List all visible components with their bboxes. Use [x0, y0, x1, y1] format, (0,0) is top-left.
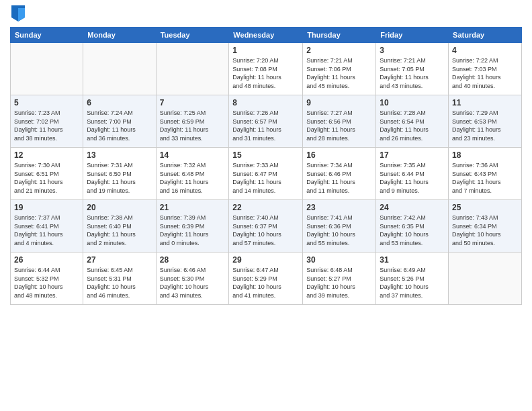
day-info: Sunrise: 6:44 AM Sunset: 5:32 PM Dayligh…	[14, 266, 79, 300]
day-info: Sunrise: 7:35 AM Sunset: 6:44 PM Dayligh…	[380, 161, 445, 195]
day-number: 14	[160, 150, 226, 160]
day-number: 28	[160, 255, 226, 265]
day-number: 4	[452, 46, 518, 55]
day-number: 2	[306, 46, 372, 55]
weekday-header: Friday	[376, 28, 449, 43]
calendar-cell: 31Sunrise: 6:49 AM Sunset: 5:26 PM Dayli…	[376, 253, 449, 305]
day-number: 16	[306, 150, 372, 160]
day-number: 5	[14, 98, 79, 107]
weekday-header: Saturday	[449, 28, 522, 43]
calendar-cell	[11, 43, 83, 95]
calendar-cell: 15Sunrise: 7:33 AM Sunset: 6:47 PM Dayli…	[229, 148, 303, 200]
logo-text	[10, 7, 25, 21]
day-info: Sunrise: 6:46 AM Sunset: 5:30 PM Dayligh…	[160, 266, 226, 300]
day-info: Sunrise: 7:38 AM Sunset: 6:40 PM Dayligh…	[87, 214, 152, 247]
day-number: 25	[452, 203, 518, 212]
day-number: 23	[306, 203, 372, 212]
calendar-cell: 16Sunrise: 7:34 AM Sunset: 6:46 PM Dayli…	[303, 148, 376, 200]
calendar-cell: 25Sunrise: 7:43 AM Sunset: 6:34 PM Dayli…	[449, 200, 522, 253]
calendar-cell: 7Sunrise: 7:25 AM Sunset: 6:59 PM Daylig…	[156, 95, 229, 148]
weekday-header: Sunday	[11, 28, 83, 43]
day-number: 15	[232, 150, 299, 160]
weekday-header: Wednesday	[229, 28, 303, 43]
weekday-header: Tuesday	[156, 28, 229, 43]
calendar-cell	[83, 43, 156, 95]
day-info: Sunrise: 7:30 AM Sunset: 6:51 PM Dayligh…	[14, 161, 79, 195]
day-info: Sunrise: 7:32 AM Sunset: 6:48 PM Dayligh…	[160, 161, 226, 195]
calendar-cell: 3Sunrise: 7:21 AM Sunset: 7:05 PM Daylig…	[376, 43, 449, 95]
calendar-cell: 24Sunrise: 7:42 AM Sunset: 6:35 PM Dayli…	[376, 200, 449, 253]
day-number: 19	[14, 203, 79, 212]
calendar-cell: 22Sunrise: 7:40 AM Sunset: 6:37 PM Dayli…	[229, 200, 303, 253]
calendar-cell: 27Sunrise: 6:45 AM Sunset: 5:31 PM Dayli…	[83, 253, 156, 305]
day-number: 1	[232, 46, 299, 55]
calendar: SundayMondayTuesdayWednesdayThursdayFrid…	[10, 27, 522, 305]
day-info: Sunrise: 7:42 AM Sunset: 6:35 PM Dayligh…	[380, 214, 445, 247]
day-info: Sunrise: 7:36 AM Sunset: 6:43 PM Dayligh…	[452, 161, 518, 195]
calendar-cell	[156, 43, 229, 95]
calendar-cell: 19Sunrise: 7:37 AM Sunset: 6:41 PM Dayli…	[11, 200, 83, 253]
logo-icon	[11, 5, 25, 21]
calendar-cell: 11Sunrise: 7:29 AM Sunset: 6:53 PM Dayli…	[449, 95, 522, 148]
day-info: Sunrise: 7:29 AM Sunset: 6:53 PM Dayligh…	[452, 109, 518, 142]
day-number: 29	[232, 255, 299, 265]
calendar-cell: 2Sunrise: 7:21 AM Sunset: 7:06 PM Daylig…	[303, 43, 376, 95]
day-number: 26	[14, 255, 79, 265]
day-number: 27	[87, 255, 152, 265]
day-info: Sunrise: 7:37 AM Sunset: 6:41 PM Dayligh…	[14, 214, 79, 247]
calendar-cell: 6Sunrise: 7:24 AM Sunset: 7:00 PM Daylig…	[83, 95, 156, 148]
day-info: Sunrise: 7:41 AM Sunset: 6:36 PM Dayligh…	[306, 214, 372, 247]
day-number: 9	[306, 98, 372, 107]
calendar-cell: 1Sunrise: 7:20 AM Sunset: 7:08 PM Daylig…	[229, 43, 303, 95]
calendar-cell: 12Sunrise: 7:30 AM Sunset: 6:51 PM Dayli…	[11, 148, 83, 200]
day-number: 13	[87, 150, 152, 160]
day-number: 7	[160, 98, 226, 107]
day-number: 24	[380, 203, 445, 212]
day-info: Sunrise: 7:20 AM Sunset: 7:08 PM Dayligh…	[232, 56, 299, 90]
header	[10, 7, 522, 21]
day-number: 22	[232, 203, 299, 212]
day-info: Sunrise: 6:45 AM Sunset: 5:31 PM Dayligh…	[87, 266, 152, 300]
calendar-cell: 5Sunrise: 7:23 AM Sunset: 7:02 PM Daylig…	[11, 95, 83, 148]
day-info: Sunrise: 7:28 AM Sunset: 6:54 PM Dayligh…	[380, 109, 445, 142]
day-number: 20	[87, 203, 152, 212]
day-info: Sunrise: 6:48 AM Sunset: 5:27 PM Dayligh…	[306, 266, 372, 300]
day-number: 21	[160, 203, 226, 212]
day-info: Sunrise: 7:27 AM Sunset: 6:56 PM Dayligh…	[306, 109, 372, 142]
day-info: Sunrise: 6:47 AM Sunset: 5:29 PM Dayligh…	[232, 266, 299, 300]
day-info: Sunrise: 7:34 AM Sunset: 6:46 PM Dayligh…	[306, 161, 372, 195]
day-number: 8	[232, 98, 299, 107]
calendar-cell: 18Sunrise: 7:36 AM Sunset: 6:43 PM Dayli…	[449, 148, 522, 200]
calendar-cell: 26Sunrise: 6:44 AM Sunset: 5:32 PM Dayli…	[11, 253, 83, 305]
day-number: 12	[14, 150, 79, 160]
day-number: 11	[452, 98, 518, 107]
calendar-cell: 4Sunrise: 7:22 AM Sunset: 7:03 PM Daylig…	[449, 43, 522, 95]
calendar-cell: 8Sunrise: 7:26 AM Sunset: 6:57 PM Daylig…	[229, 95, 303, 148]
day-number: 6	[87, 98, 152, 107]
calendar-cell	[449, 253, 522, 305]
calendar-cell: 14Sunrise: 7:32 AM Sunset: 6:48 PM Dayli…	[156, 148, 229, 200]
day-info: Sunrise: 7:26 AM Sunset: 6:57 PM Dayligh…	[232, 109, 299, 142]
calendar-cell: 17Sunrise: 7:35 AM Sunset: 6:44 PM Dayli…	[376, 148, 449, 200]
page: SundayMondayTuesdayWednesdayThursdayFrid…	[0, 0, 532, 411]
day-number: 31	[380, 255, 445, 265]
calendar-cell: 23Sunrise: 7:41 AM Sunset: 6:36 PM Dayli…	[303, 200, 376, 253]
day-number: 18	[452, 150, 518, 160]
day-info: Sunrise: 7:31 AM Sunset: 6:50 PM Dayligh…	[87, 161, 152, 195]
svg-marker-1	[18, 8, 25, 21]
day-info: Sunrise: 6:49 AM Sunset: 5:26 PM Dayligh…	[380, 266, 445, 300]
weekday-header: Thursday	[303, 28, 376, 43]
day-info: Sunrise: 7:43 AM Sunset: 6:34 PM Dayligh…	[452, 214, 518, 247]
calendar-cell: 20Sunrise: 7:38 AM Sunset: 6:40 PM Dayli…	[83, 200, 156, 253]
day-info: Sunrise: 7:24 AM Sunset: 7:00 PM Dayligh…	[87, 109, 152, 142]
day-info: Sunrise: 7:25 AM Sunset: 6:59 PM Dayligh…	[160, 109, 226, 142]
calendar-cell: 10Sunrise: 7:28 AM Sunset: 6:54 PM Dayli…	[376, 95, 449, 148]
calendar-cell: 30Sunrise: 6:48 AM Sunset: 5:27 PM Dayli…	[303, 253, 376, 305]
day-number: 17	[380, 150, 445, 160]
day-number: 30	[306, 255, 372, 265]
day-info: Sunrise: 7:21 AM Sunset: 7:06 PM Dayligh…	[306, 56, 372, 90]
calendar-cell: 21Sunrise: 7:39 AM Sunset: 6:39 PM Dayli…	[156, 200, 229, 253]
day-info: Sunrise: 7:21 AM Sunset: 7:05 PM Dayligh…	[380, 56, 445, 90]
day-info: Sunrise: 7:40 AM Sunset: 6:37 PM Dayligh…	[232, 214, 299, 247]
calendar-cell: 13Sunrise: 7:31 AM Sunset: 6:50 PM Dayli…	[83, 148, 156, 200]
